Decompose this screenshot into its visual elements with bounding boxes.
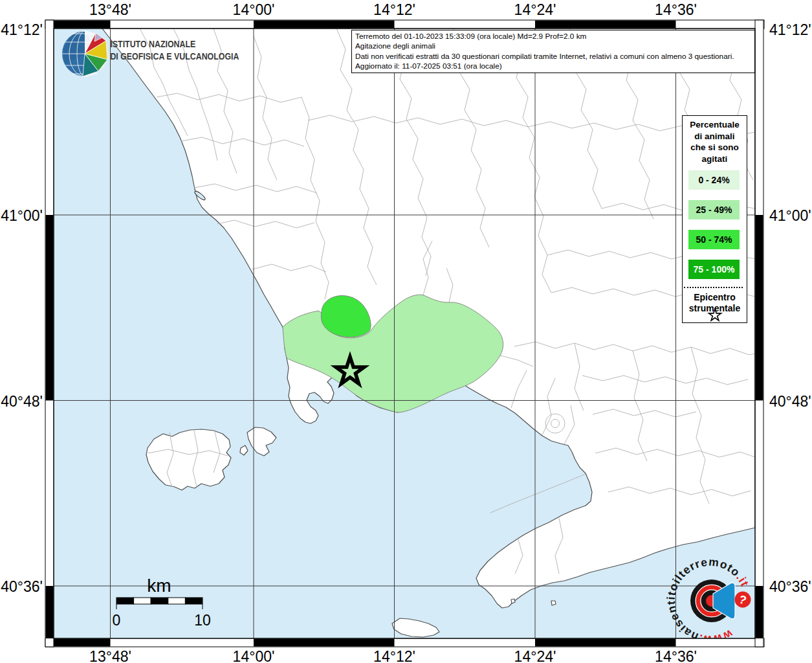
scale-unit: km <box>147 576 171 596</box>
lat-label-right-4112: 41°12' <box>769 21 812 39</box>
ingv-felt-map-figure: ISTITUTO NAZIONALE DI GEOFISICA E VULCAN… <box>0 0 812 663</box>
lon-label-top-1400: 14°00' <box>218 1 289 19</box>
lat-label-left-4036: 40°36' <box>0 578 43 596</box>
legend-swatch-0-24: 0 - 24% <box>688 170 740 190</box>
legend-swatch-25-49: 25 - 49% <box>688 200 740 219</box>
ingv-name-line2: DI GEOFISICA E VULCANOLOGIA <box>110 51 239 62</box>
lon-label-top-1348: 13°48' <box>75 1 146 19</box>
legend-epicenter-star-icon <box>707 308 723 322</box>
legend-title: Percentuale di animali che si sono agita… <box>683 119 747 164</box>
lat-label-right-4048: 40°48' <box>769 393 812 410</box>
lon-label-top-1436: 14°36' <box>641 1 712 19</box>
lat-label-right-4036: 40°36' <box>769 578 812 596</box>
lat-label-left-4100: 41°00' <box>0 207 43 225</box>
legend: Percentuale di animali che si sono agita… <box>682 115 747 323</box>
islet-li-galli-1 <box>511 599 515 603</box>
ingv-name-line1: ISTITUTO NAZIONALE <box>110 38 195 50</box>
data-disclaimer: Dati non verificati estratti da 30 quest… <box>355 52 751 62</box>
event-title: Terremoto del 01-10-2023 15:33:09 (ora l… <box>355 32 751 41</box>
map-canvas: ISTITUTO NAZIONALE DI GEOFISICA E VULCAN… <box>0 0 812 663</box>
lon-label-bottom-1436: 14°36' <box>641 648 712 663</box>
scale-start: 0 <box>113 612 121 629</box>
event-info-box: Terremoto del 01-10-2023 15:33:09 (ora l… <box>351 30 755 73</box>
lon-label-bottom-1424: 14°24' <box>499 648 571 663</box>
map-subject: Agitazione degli animali <box>355 41 751 51</box>
lon-label-bottom-1348: 13°48' <box>75 648 146 663</box>
legend-divider <box>684 287 743 288</box>
legend-epicenter-label-1: Epicentro <box>683 292 747 302</box>
islet-li-galli-2 <box>551 601 556 605</box>
last-updated: Aggiornato il: 11-07-2025 03:51 (ora loc… <box>355 62 751 71</box>
lat-label-left-4048: 40°48' <box>0 393 43 410</box>
lat-label-left-4112: 41°12' <box>0 21 43 39</box>
lon-label-bottom-1412: 14°12' <box>359 648 430 663</box>
lon-label-top-1424: 14°24' <box>499 1 571 19</box>
lat-label-right-4100: 41°00' <box>769 207 812 225</box>
legend-swatch-75-100: 75 - 100% <box>688 260 740 279</box>
scale-end: 10 <box>194 612 211 629</box>
lon-label-top-1412: 14°12' <box>359 1 430 19</box>
legend-swatch-50-74: 50 - 74% <box>688 230 740 249</box>
lon-label-bottom-1400: 14°00' <box>218 648 289 663</box>
